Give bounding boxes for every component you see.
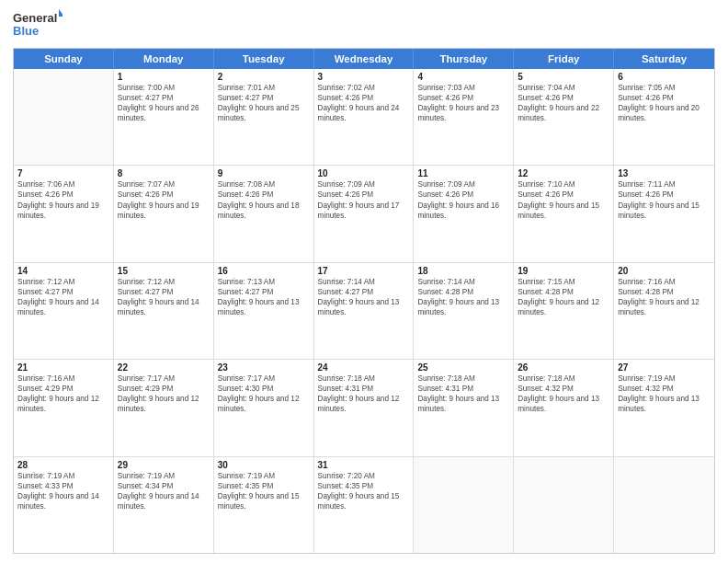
day-number: 4 (417, 72, 509, 82)
calendar-cell: 15 Sunrise: 7:12 AMSunset: 4:27 PMDaylig… (114, 263, 214, 359)
calendar-cell: 22 Sunrise: 7:17 AMSunset: 4:29 PMDaylig… (114, 360, 214, 455)
calendar-cell: 13 Sunrise: 7:11 AMSunset: 4:26 PMDaylig… (614, 166, 714, 261)
cell-info: Sunrise: 7:18 AMSunset: 4:31 PMDaylight:… (417, 374, 499, 413)
calendar-row-2: 14 Sunrise: 7:12 AMSunset: 4:27 PMDaylig… (14, 263, 714, 360)
day-number: 14 (17, 266, 109, 276)
cell-info: Sunrise: 7:03 AMSunset: 4:26 PMDaylight:… (417, 84, 499, 122)
cell-info: Sunrise: 7:10 AMSunset: 4:26 PMDaylight:… (518, 180, 599, 219)
day-number: 23 (218, 362, 310, 373)
day-number: 15 (118, 266, 210, 276)
cell-info: Sunrise: 7:19 AMSunset: 4:34 PMDaylight:… (118, 472, 199, 511)
calendar-cell: 26 Sunrise: 7:18 AMSunset: 4:32 PMDaylig… (514, 360, 614, 455)
calendar-cell: 14 Sunrise: 7:12 AMSunset: 4:27 PMDaylig… (14, 263, 114, 359)
calendar-cell: 24 Sunrise: 7:18 AMSunset: 4:31 PMDaylig… (314, 360, 415, 455)
calendar-cell: 7 Sunrise: 7:06 AMSunset: 4:26 PMDayligh… (14, 166, 114, 261)
calendar-cell: 5 Sunrise: 7:04 AMSunset: 4:26 PMDayligh… (514, 69, 614, 165)
header-day-monday: Monday (114, 49, 214, 69)
day-number: 29 (118, 460, 210, 470)
cell-info: Sunrise: 7:11 AMSunset: 4:26 PMDaylight:… (618, 180, 700, 219)
calendar-cell: 25 Sunrise: 7:18 AMSunset: 4:31 PMDaylig… (414, 360, 514, 455)
cell-info: Sunrise: 7:14 AMSunset: 4:27 PMDaylight:… (318, 278, 400, 316)
day-number: 7 (17, 168, 109, 178)
day-number: 9 (218, 168, 310, 178)
calendar-cell: 30 Sunrise: 7:19 AMSunset: 4:35 PMDaylig… (214, 457, 314, 553)
calendar-cell: 29 Sunrise: 7:19 AMSunset: 4:34 PMDaylig… (114, 457, 214, 553)
day-number: 31 (318, 460, 410, 470)
cell-info: Sunrise: 7:16 AMSunset: 4:29 PMDaylight:… (17, 374, 99, 413)
calendar-cell: 2 Sunrise: 7:01 AMSunset: 4:27 PMDayligh… (214, 69, 314, 165)
cell-info: Sunrise: 7:08 AMSunset: 4:26 PMDaylight:… (218, 180, 300, 219)
day-number: 28 (17, 460, 109, 470)
calendar-cell: 8 Sunrise: 7:07 AMSunset: 4:26 PMDayligh… (114, 166, 214, 261)
calendar-cell (14, 69, 114, 165)
calendar-cell: 19 Sunrise: 7:15 AMSunset: 4:28 PMDaylig… (514, 263, 614, 359)
cell-info: Sunrise: 7:12 AMSunset: 4:27 PMDaylight:… (17, 278, 99, 316)
header-day-sunday: Sunday (14, 49, 114, 69)
day-number: 5 (518, 72, 609, 82)
calendar-cell: 21 Sunrise: 7:16 AMSunset: 4:29 PMDaylig… (14, 360, 114, 455)
cell-info: Sunrise: 7:17 AMSunset: 4:29 PMDaylight:… (118, 374, 199, 413)
calendar-cell: 9 Sunrise: 7:08 AMSunset: 4:26 PMDayligh… (214, 166, 314, 261)
calendar-cell (514, 457, 614, 553)
day-number: 30 (218, 460, 310, 470)
day-number: 26 (518, 362, 609, 373)
header-day-friday: Friday (514, 49, 614, 69)
cell-info: Sunrise: 7:19 AMSunset: 4:35 PMDaylight:… (218, 472, 300, 511)
cell-info: Sunrise: 7:04 AMSunset: 4:26 PMDaylight:… (518, 84, 599, 122)
calendar-cell: 17 Sunrise: 7:14 AMSunset: 4:27 PMDaylig… (314, 263, 415, 359)
svg-marker-1 (59, 9, 63, 17)
calendar-cell: 31 Sunrise: 7:20 AMSunset: 4:35 PMDaylig… (314, 457, 415, 553)
calendar-cell: 10 Sunrise: 7:09 AMSunset: 4:26 PMDaylig… (314, 166, 415, 261)
cell-info: Sunrise: 7:02 AMSunset: 4:26 PMDaylight:… (318, 84, 400, 122)
calendar-cell: 28 Sunrise: 7:19 AMSunset: 4:33 PMDaylig… (14, 457, 114, 553)
cell-info: Sunrise: 7:09 AMSunset: 4:26 PMDaylight:… (318, 180, 400, 219)
calendar-row-1: 7 Sunrise: 7:06 AMSunset: 4:26 PMDayligh… (14, 166, 714, 262)
cell-info: Sunrise: 7:17 AMSunset: 4:30 PMDaylight:… (218, 374, 300, 413)
day-number: 1 (118, 72, 210, 82)
day-number: 6 (618, 72, 711, 82)
header-day-wednesday: Wednesday (314, 49, 415, 69)
day-number: 2 (218, 72, 310, 82)
calendar-row-3: 21 Sunrise: 7:16 AMSunset: 4:29 PMDaylig… (14, 360, 714, 456)
cell-info: Sunrise: 7:06 AMSunset: 4:26 PMDaylight:… (17, 180, 99, 219)
svg-text:General: General (13, 11, 57, 25)
calendar-body: 1 Sunrise: 7:00 AMSunset: 4:27 PMDayligh… (14, 69, 714, 553)
day-number: 13 (618, 168, 711, 178)
day-number: 20 (618, 266, 711, 276)
day-number: 16 (218, 266, 310, 276)
header-day-saturday: Saturday (614, 49, 714, 69)
cell-info: Sunrise: 7:09 AMSunset: 4:26 PMDaylight:… (417, 180, 499, 219)
day-number: 22 (118, 362, 210, 373)
calendar-cell (414, 457, 514, 553)
logo: General Blue (13, 9, 63, 42)
day-number: 8 (118, 168, 210, 178)
cell-info: Sunrise: 7:07 AMSunset: 4:26 PMDaylight:… (118, 180, 199, 219)
calendar-cell: 11 Sunrise: 7:09 AMSunset: 4:26 PMDaylig… (414, 166, 514, 261)
calendar: SundayMondayTuesdayWednesdayThursdayFrid… (13, 48, 715, 554)
calendar-cell: 4 Sunrise: 7:03 AMSunset: 4:26 PMDayligh… (414, 69, 514, 165)
svg-text:Blue: Blue (13, 24, 39, 38)
calendar-cell: 6 Sunrise: 7:05 AMSunset: 4:26 PMDayligh… (614, 69, 714, 165)
cell-info: Sunrise: 7:19 AMSunset: 4:33 PMDaylight:… (17, 472, 99, 511)
calendar-cell: 23 Sunrise: 7:17 AMSunset: 4:30 PMDaylig… (214, 360, 314, 455)
calendar-row-0: 1 Sunrise: 7:00 AMSunset: 4:27 PMDayligh… (14, 69, 714, 166)
day-number: 18 (417, 266, 509, 276)
day-number: 10 (318, 168, 410, 178)
header: General Blue (13, 9, 715, 42)
header-day-tuesday: Tuesday (214, 49, 314, 69)
cell-info: Sunrise: 7:15 AMSunset: 4:28 PMDaylight:… (518, 278, 599, 316)
day-number: 19 (518, 266, 609, 276)
calendar-cell: 20 Sunrise: 7:16 AMSunset: 4:28 PMDaylig… (614, 263, 714, 359)
cell-info: Sunrise: 7:14 AMSunset: 4:28 PMDaylight:… (417, 278, 499, 316)
cell-info: Sunrise: 7:20 AMSunset: 4:35 PMDaylight:… (318, 472, 400, 511)
calendar-header: SundayMondayTuesdayWednesdayThursdayFrid… (14, 49, 714, 69)
cell-info: Sunrise: 7:00 AMSunset: 4:27 PMDaylight:… (118, 84, 199, 122)
cell-info: Sunrise: 7:13 AMSunset: 4:27 PMDaylight:… (218, 278, 300, 316)
day-number: 12 (518, 168, 609, 178)
cell-info: Sunrise: 7:18 AMSunset: 4:32 PMDaylight:… (518, 374, 599, 413)
day-number: 21 (17, 362, 109, 373)
header-day-thursday: Thursday (414, 49, 514, 69)
calendar-cell: 3 Sunrise: 7:02 AMSunset: 4:26 PMDayligh… (314, 69, 415, 165)
cell-info: Sunrise: 7:12 AMSunset: 4:27 PMDaylight:… (118, 278, 199, 316)
calendar-cell: 12 Sunrise: 7:10 AMSunset: 4:26 PMDaylig… (514, 166, 614, 261)
